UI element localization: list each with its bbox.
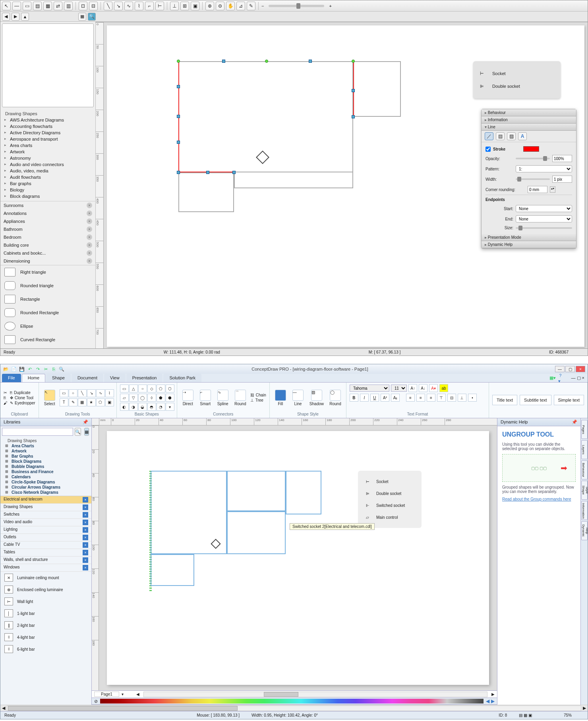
tool-arrow[interactable]: ↘ [114, 2, 123, 10]
superscript-button[interactable]: A² [381, 394, 389, 402]
tree-item[interactable]: Cisco Network Diagrams [0, 490, 91, 495]
qat-save[interactable]: 💾 [19, 366, 25, 372]
tool-arrange[interactable]: ⊞ [180, 2, 189, 10]
shape-item[interactable]: ✕Luminaire ceiling mount [0, 572, 91, 584]
zoom-minus-icon[interactable]: − [261, 4, 264, 8]
loaded-lib[interactable]: Tables× [0, 549, 91, 557]
dt-line[interactable]: ╲ [78, 389, 87, 397]
tab-document[interactable]: Document [72, 374, 103, 382]
props-section-presentation[interactable]: Presentation Mode [482, 234, 576, 241]
shape-item[interactable]: ⊗Enclosed ceiling luminaire [0, 584, 91, 595]
bs-6[interactable]: ⬡ [166, 385, 174, 392]
dt-arrow[interactable]: ↘ [87, 389, 96, 397]
close-icon[interactable]: × [87, 203, 92, 208]
help-link[interactable]: Read about the Group commands here [502, 497, 576, 501]
tool-group[interactable]: ⊡ [79, 2, 87, 10]
tool-tree[interactable]: ⊥ [170, 2, 179, 10]
canvas-area[interactable]: 0501001502002503003504004505005506006507… [96, 22, 588, 348]
loaded-lib[interactable]: Walls, shell and structure× [0, 557, 91, 564]
italic-button[interactable]: I [360, 394, 369, 402]
close-icon[interactable]: × [87, 226, 92, 232]
duplicate-button[interactable]: ⎘Duplicate [10, 390, 35, 395]
bs-9[interactable]: ◯ [138, 394, 147, 402]
conn-round[interactable]: ⌒Round [233, 389, 248, 407]
close-icon[interactable]: × [83, 505, 88, 510]
dt-text[interactable]: T [60, 398, 68, 406]
tool-zoom-out[interactable]: ⊖ [216, 2, 224, 10]
close-icon[interactable]: × [83, 512, 88, 518]
palette-next[interactable]: ▶ [491, 698, 495, 704]
tree-item[interactable]: Area Charts [0, 443, 91, 448]
category-list[interactable]: Drawing Shapes AWS Architecture Diagrams… [0, 109, 95, 201]
bs-8[interactable]: ▽ [129, 394, 138, 402]
shape-item[interactable]: ⦀6-light bar [0, 643, 91, 655]
dt-star[interactable]: ★ [87, 398, 96, 406]
minimize-button[interactable]: — [555, 366, 565, 372]
loaded-lib[interactable]: Drawing Shapes× [0, 504, 91, 511]
tool-diag[interactable]: ╲ [104, 2, 112, 10]
simple-text-preset[interactable]: Simple text [554, 395, 584, 405]
drawing-canvas[interactable]: ⊢Socket ⊫Double socket ⊩Switched socket … [107, 431, 489, 685]
tool-rect[interactable]: ▭ [23, 2, 31, 10]
close-icon[interactable]: × [83, 520, 88, 525]
rail-behaviour[interactable]: Behaviour [581, 460, 588, 479]
bs-18[interactable]: ▾ [166, 403, 174, 411]
scroll-right[interactable]: ▶ [491, 692, 495, 696]
tool-layers[interactable]: ▦ [43, 2, 52, 10]
floorplan[interactable] [178, 61, 401, 216]
fill-tab[interactable]: ▤ [496, 132, 505, 140]
shape-item[interactable]: Ellipse [0, 319, 95, 333]
conn-spline[interactable]: ∿Spline [215, 389, 230, 407]
category-item[interactable]: Area charts [0, 142, 95, 149]
category-item[interactable]: Aerospace and transport [0, 136, 95, 142]
library-search-input[interactable] [2, 23, 94, 107]
tree-item[interactable]: Bar Graphs [0, 454, 91, 459]
shape-item[interactable]: ⦀4-light bar [0, 631, 91, 643]
bs-13[interactable]: ◐ [120, 403, 129, 411]
view-grid-button[interactable]: ▦ [78, 13, 86, 21]
shape-item[interactable]: Rounded Rectangle [0, 306, 95, 319]
font-color[interactable]: A▾ [429, 384, 438, 392]
bs-4[interactable]: ◇ [147, 385, 156, 392]
bs-17[interactable]: ◔ [157, 403, 165, 411]
view-icons[interactable]: ▤ ▦ ▣ [519, 713, 532, 717]
subtitle-text-preset[interactable]: Subtitle text [520, 395, 551, 405]
bullets[interactable]: • [468, 394, 477, 402]
dt-curve[interactable]: ∿ [96, 389, 105, 397]
shape-item[interactable]: Right triangle [0, 265, 95, 279]
bs-7[interactable]: ▱ [120, 394, 129, 402]
qat-paste-preview[interactable]: 🔍 [58, 366, 65, 372]
maximize-button[interactable]: ▢ [565, 366, 575, 372]
loaded-lib[interactable]: Bedroom× [0, 233, 95, 241]
loaded-lib[interactable]: Cabinets and bookc...× [0, 249, 95, 257]
tool-zoom-in[interactable]: ⊕ [205, 2, 214, 10]
pattern-select[interactable]: 1: [516, 165, 572, 172]
loaded-lib[interactable]: Windows× [0, 564, 91, 572]
nav-forward-button[interactable]: ▶ [12, 13, 19, 21]
loaded-lib[interactable]: Switches× [0, 511, 91, 519]
close-icon[interactable]: × [87, 250, 92, 256]
rail-layers[interactable]: Layers [581, 440, 588, 459]
shape-item[interactable]: ‖2-light bar [0, 619, 91, 631]
tab-home[interactable]: Home [22, 374, 45, 382]
conn-chain[interactable]: ⛓Chain [250, 393, 266, 397]
select-tool[interactable]: ↖Select [42, 389, 57, 407]
bs-12[interactable]: ⬢ [166, 394, 174, 402]
align-center[interactable]: ≡ [416, 394, 425, 402]
tool-corner[interactable]: ⌐ [145, 2, 154, 10]
tool-line[interactable]: — [12, 2, 21, 10]
no-color-icon[interactable]: ⊘ [94, 699, 98, 704]
dt-pen[interactable]: ✎ [69, 398, 77, 406]
tool-front[interactable]: ▣ [191, 2, 199, 10]
library-tree[interactable]: Drawing Shapes Area Charts Artwork Bar G… [0, 437, 91, 496]
conn-tree[interactable]: ⊥Tree [250, 398, 266, 402]
tool-spline[interactable]: ⌇ [135, 2, 143, 10]
tab-shape[interactable]: Shape [46, 374, 71, 382]
tool-dims[interactable]: ⊿ [236, 2, 245, 10]
close-icon[interactable]: × [83, 527, 88, 533]
align-top[interactable]: ⊤ [437, 394, 446, 402]
shape-item[interactable]: Rounded triangle [0, 279, 95, 292]
text-tab[interactable]: A [518, 132, 527, 140]
close-icon[interactable]: × [83, 497, 88, 503]
qat-copy[interactable]: ⎘ [50, 366, 57, 372]
